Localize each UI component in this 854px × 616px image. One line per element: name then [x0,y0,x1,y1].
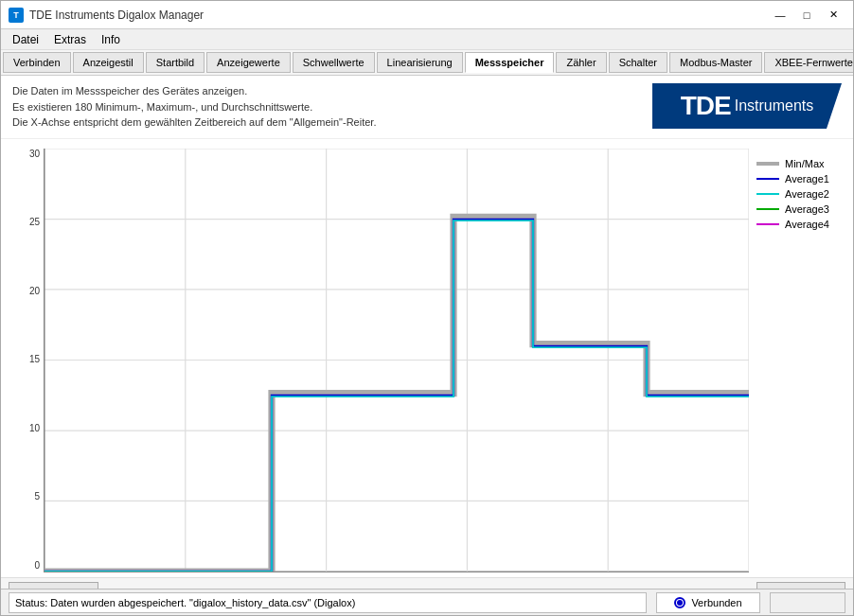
brand-tde-text: TDE [681,91,731,121]
y-label-10: 10 [29,423,40,433]
y-label-15: 15 [29,354,40,364]
chart-area: 30 25 20 15 10 5 0 [1,139,853,577]
tab-anzeigewerte[interactable]: Anzeigewerte [206,52,291,73]
tab-xbee[interactable]: XBEE-Fernwerte [764,52,853,73]
status-text: Status: Daten wurden abgespeichert. "dig… [9,592,647,613]
info-header: Die Daten im Messspeicher des Gerätes an… [1,76,853,139]
legend-avg4-label: Average4 [785,219,829,230]
legend-avg2-line [756,193,779,195]
legend-avg2: Average2 [756,188,836,200]
menu-bar: Datei Extras Info [1,29,853,50]
legend-avg4-line [756,223,779,225]
radio-dot-inner [677,600,683,606]
legend-avg3-line [756,208,779,210]
connection-label: Verbunden [691,597,741,608]
y-label-25: 25 [29,217,40,227]
menu-extras[interactable]: Extras [46,31,94,48]
tab-anzeigestil[interactable]: Anzeigestil [73,52,144,73]
legend-minmax-line [756,162,779,166]
window-controls: — □ ✕ [768,6,845,25]
title-bar: T TDE Instruments Digalox Manager — □ ✕ [1,1,853,29]
tab-bar: Verbinden Anzeigestil Startbild Anzeigew… [1,50,853,76]
tab-modbus[interactable]: Modbus-Master [669,52,762,73]
y-label-20: 20 [29,286,40,296]
y-label-30: 30 [29,149,40,159]
title-bar-left: T TDE Instruments Digalox Manager [9,8,204,23]
info-line3: Die X-Achse entspricht dem gewählten Zei… [12,114,376,131]
chart-container [44,149,749,572]
legend-avg2-label: Average2 [785,188,829,200]
chart-with-axes: 30 25 20 15 10 5 0 [10,149,844,572]
brand-instruments-text: Instruments [735,97,814,114]
bottom-bar: Daten holen Datei öffnen [1,577,853,590]
chart-svg [44,149,749,572]
tab-schwellwerte[interactable]: Schwellwerte [293,52,375,73]
legend-minmax-label: Min/Max [785,158,825,169]
legend-avg1: Average1 [756,173,836,185]
legend-avg1-line [756,178,779,180]
close-button[interactable]: ✕ [821,6,845,25]
tab-startbild[interactable]: Startbild [146,52,205,73]
brand-logo: TDE Instruments [652,83,842,129]
min-max-line [44,217,749,572]
legend-avg3-label: Average3 [785,203,829,215]
y-label-5: 5 [34,491,40,502]
minimize-button[interactable]: — [768,6,792,25]
tab-messspeicher[interactable]: Messspeicher [465,52,555,73]
legend-avg3: Average3 [756,203,836,215]
y-label-0: 0 [34,560,40,571]
y-axis: 30 25 20 15 10 5 0 [10,149,44,572]
tab-schalter[interactable]: Schalter [609,52,667,73]
menu-datei[interactable]: Datei [5,31,46,48]
menu-info[interactable]: Info [94,31,128,48]
info-line2: Es existieren 180 Minimum-, Maximum-, un… [12,99,376,115]
maximize-button[interactable]: □ [794,6,819,25]
info-text-block: Die Daten im Messspeicher des Gerätes an… [12,83,376,131]
status-bar: Status: Daten wurden abgespeichert. "dig… [1,589,853,615]
chart-legend: Min/Max Average1 Average2 Average3 [749,149,844,572]
window-title: TDE Instruments Digalox Manager [29,9,204,22]
connection-radio-icon [674,597,685,608]
legend-minmax: Min/Max [756,158,836,169]
main-window: T TDE Instruments Digalox Manager — □ ✕ … [0,0,854,616]
connection-status: Verbunden [656,592,760,613]
content-area: Die Daten im Messspeicher des Gerätes an… [1,76,853,589]
app-icon: T [9,8,24,23]
legend-avg4: Average4 [756,219,836,230]
tab-linearisierung[interactable]: Linearisierung [377,52,463,73]
tab-zaehler[interactable]: Zähler [556,52,606,73]
datei-oeffnen-button[interactable]: Datei öffnen [756,582,846,590]
legend-avg1-label: Average1 [785,173,829,185]
info-line1: Die Daten im Messspeicher des Gerätes an… [12,83,376,99]
status-extra [770,592,845,613]
tab-verbinden[interactable]: Verbinden [3,52,71,73]
daten-holen-button[interactable]: Daten holen [9,582,98,590]
